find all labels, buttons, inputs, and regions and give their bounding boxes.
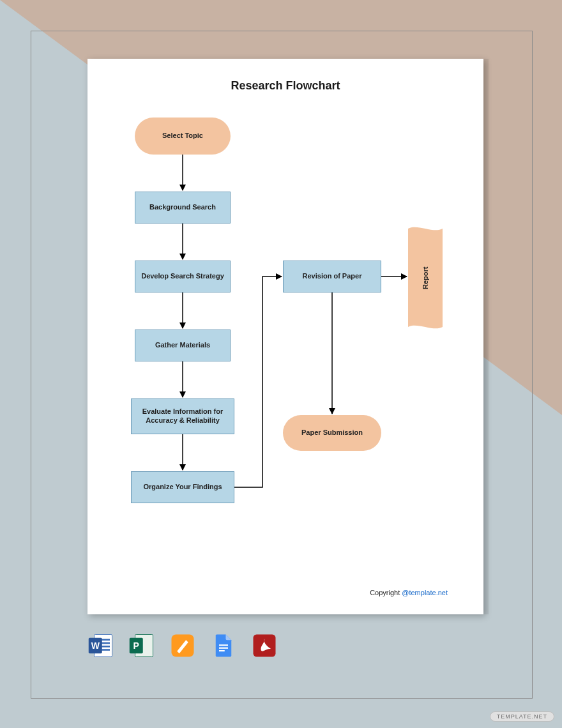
svg-text:P: P [133, 641, 139, 651]
flow-arrows [87, 59, 483, 614]
svg-rect-19 [219, 648, 228, 649]
svg-rect-20 [219, 650, 225, 651]
document-page: Research Flowchart Select Topic Backgrou… [87, 59, 483, 614]
word-icon[interactable]: W [87, 632, 114, 659]
publisher-icon[interactable]: P [128, 632, 155, 659]
svg-rect-18 [219, 644, 228, 646]
google-docs-icon[interactable] [210, 632, 237, 659]
pages-icon[interactable] [169, 632, 196, 659]
format-icon-bar: W P [87, 632, 278, 659]
copyright-line: Copyright @template.net [370, 589, 448, 596]
watermark: TEMPLATE.NET [490, 711, 554, 722]
pdf-icon[interactable] [251, 632, 278, 659]
svg-text:W: W [91, 641, 100, 651]
copyright-prefix: Copyright [370, 589, 402, 596]
copyright-link[interactable]: @template.net [402, 589, 448, 596]
